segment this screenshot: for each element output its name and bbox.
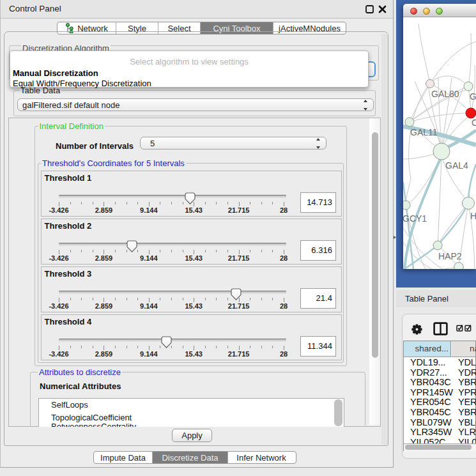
svg-text:C: C	[472, 118, 476, 128]
svg-text:GA: GA	[470, 91, 476, 102]
svg-text:GAL80: GAL80	[431, 89, 459, 99]
svg-text:GAL11: GAL11	[410, 127, 438, 137]
svg-text:GAL4: GAL4	[445, 160, 468, 171]
svg-text:HAP2: HAP2	[438, 251, 462, 261]
svg-text:GCY1: GCY1	[403, 213, 427, 224]
svg-text:HI: HI	[470, 211, 476, 221]
